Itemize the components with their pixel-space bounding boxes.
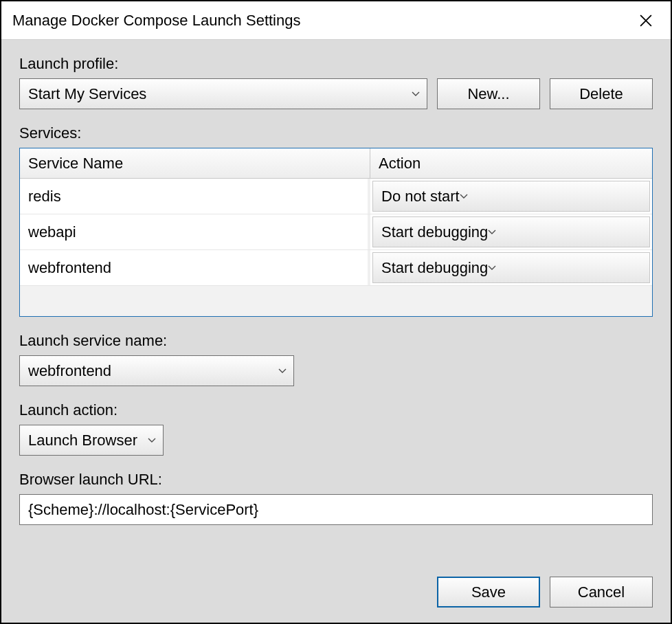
service-name-cell: redis	[20, 179, 370, 214]
titlebar: Manage Docker Compose Launch Settings	[1, 1, 671, 40]
launch-action-label: Launch action:	[19, 401, 653, 419]
services-label: Services:	[19, 124, 653, 142]
service-action-value: Start debugging	[381, 223, 488, 241]
chevron-down-icon	[488, 265, 496, 271]
column-header-service-name[interactable]: Service Name	[20, 148, 370, 178]
dialog-window: Manage Docker Compose Launch Settings La…	[0, 0, 672, 624]
chevron-down-icon	[488, 230, 496, 235]
service-action-cell: Start debugging	[370, 250, 652, 285]
service-action-dropdown[interactable]: Do not start	[372, 181, 650, 212]
save-button[interactable]: Save	[437, 577, 540, 608]
service-action-value: Start debugging	[381, 259, 488, 277]
new-button-label: New...	[467, 85, 509, 103]
delete-button[interactable]: Delete	[550, 78, 653, 109]
table-footer-space	[20, 286, 652, 316]
service-name-cell: webfrontend	[20, 250, 370, 285]
dialog-footer: Save Cancel	[19, 556, 653, 608]
profile-row: Start My Services New... Delete	[19, 78, 653, 109]
dialog-title: Manage Docker Compose Launch Settings	[12, 12, 300, 30]
services-table: Service Name Action redis Do not start w…	[19, 148, 653, 317]
table-row: redis Do not start	[20, 179, 652, 214]
chevron-down-icon	[278, 368, 287, 374]
launch-service-name-dropdown[interactable]: webfrontend	[19, 355, 294, 386]
close-button[interactable]	[632, 7, 660, 34]
browser-launch-url-label: Browser launch URL:	[19, 471, 653, 489]
table-row: webfrontend Start debugging	[20, 250, 652, 286]
launch-profile-label: Launch profile:	[19, 55, 653, 73]
launch-service-name-value: webfrontend	[28, 362, 111, 380]
chevron-down-icon	[148, 438, 156, 443]
browser-launch-url-input[interactable]	[19, 494, 653, 525]
column-header-action[interactable]: Action	[370, 148, 652, 178]
table-header: Service Name Action	[20, 148, 652, 179]
launch-service-name-label: Launch service name:	[19, 332, 653, 350]
save-button-label: Save	[471, 583, 506, 601]
cancel-button[interactable]: Cancel	[550, 577, 653, 608]
service-action-cell: Start debugging	[370, 214, 652, 249]
cancel-button-label: Cancel	[578, 583, 625, 601]
launch-action-dropdown[interactable]: Launch Browser	[19, 425, 164, 456]
delete-button-label: Delete	[579, 85, 623, 103]
close-icon	[640, 14, 652, 27]
dialog-content: Launch profile: Start My Services New...…	[1, 40, 671, 623]
service-action-value: Do not start	[381, 188, 460, 205]
launch-action-value: Launch Browser	[28, 432, 137, 449]
launch-profile-value: Start My Services	[28, 85, 146, 103]
new-button[interactable]: New...	[437, 78, 540, 109]
service-name-cell: webapi	[20, 214, 370, 249]
chevron-down-icon	[460, 194, 468, 199]
service-action-dropdown[interactable]: Start debugging	[372, 216, 650, 247]
chevron-down-icon	[412, 91, 420, 97]
service-action-cell: Do not start	[370, 179, 652, 214]
service-action-dropdown[interactable]: Start debugging	[372, 252, 650, 283]
table-row: webapi Start debugging	[20, 214, 652, 250]
launch-profile-dropdown[interactable]: Start My Services	[19, 78, 427, 109]
